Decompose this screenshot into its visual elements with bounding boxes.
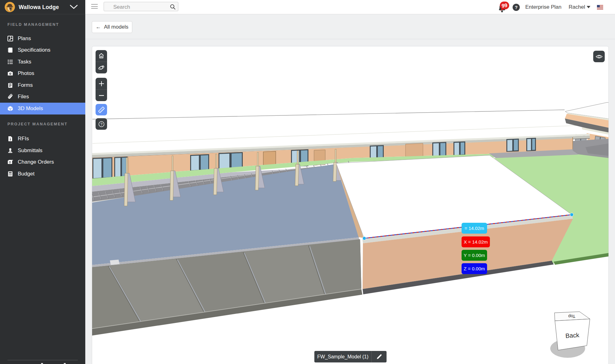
- svg-text:Back: Back: [565, 331, 580, 339]
- svg-text:?: ?: [100, 122, 102, 126]
- svg-text:Top: Top: [568, 314, 575, 319]
- svg-text:?: ?: [515, 5, 518, 10]
- svg-text:99: 99: [501, 2, 508, 9]
